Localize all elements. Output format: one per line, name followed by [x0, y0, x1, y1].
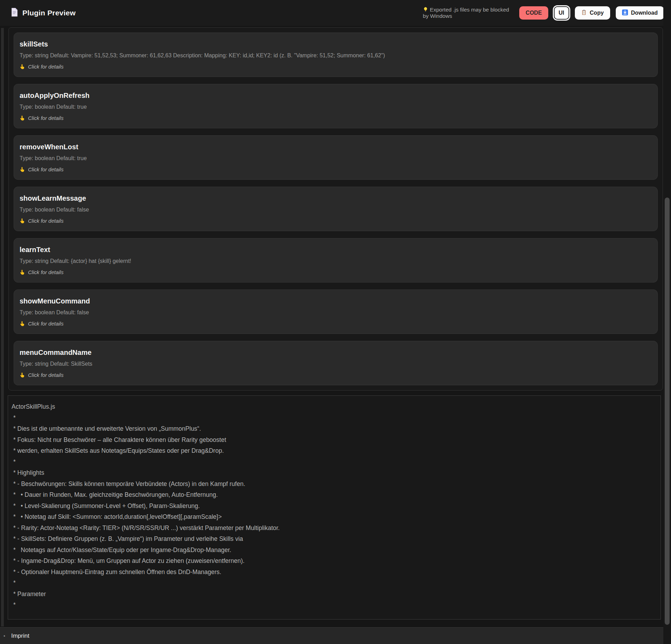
parameter-card[interactable]: menuCommandName Type: string Default: Sk…: [14, 341, 658, 385]
parameter-name: showMenuCommand: [20, 297, 651, 305]
parameter-details-label: Click for details: [28, 372, 64, 378]
parameter-details-label: Click for details: [28, 218, 64, 224]
parameter-meta: Type: string Default: SkillSets: [20, 361, 651, 367]
parameter-card[interactable]: learnText Type: string Default: {actor} …: [14, 238, 658, 282]
parameters-panel: skillSets Type: string Default: Vampire:…: [8, 27, 663, 391]
parameter-name: learnText: [20, 246, 651, 254]
left-edge-strip: [1, 28, 4, 627]
footer-bullet: •: [3, 633, 5, 639]
parameter-name: skillSets: [20, 40, 651, 48]
parameter-details[interactable]: Click for details: [20, 166, 651, 172]
parameter-card[interactable]: removeWhenLost Type: boolean Default: tr…: [14, 135, 658, 180]
scrollbar-thumb[interactable]: [665, 198, 670, 625]
copy-button-label: Copy: [590, 10, 604, 16]
parameter-meta: Type: boolean Default: false: [20, 309, 651, 316]
parameter-details-label: Click for details: [28, 321, 64, 327]
parameter-name: menuCommandName: [20, 349, 651, 357]
header-actions: Exported .js files may be blocked by Win…: [423, 6, 664, 20]
export-warning-text: Exported .js files may be blocked by Win…: [423, 7, 509, 19]
parameter-meta: Type: string Default: {actor} hat {skill…: [20, 258, 651, 264]
download-button-label: Download: [631, 10, 658, 16]
imprint-link[interactable]: Imprint: [11, 632, 29, 639]
document-icon: [10, 8, 18, 18]
parameter-details[interactable]: Click for details: [20, 115, 651, 121]
parameter-details[interactable]: Click for details: [20, 372, 651, 378]
code-button[interactable]: CODE: [519, 6, 548, 20]
parameter-meta: Type: boolean Default: true: [20, 155, 651, 162]
parameter-card[interactable]: showLearnMessage Type: boolean Default: …: [14, 187, 658, 231]
finger-up-icon: [20, 372, 25, 378]
parameter-name: showLearnMessage: [20, 194, 651, 202]
finger-up-icon: [20, 218, 25, 224]
parameter-list: skillSets Type: string Default: Vampire:…: [14, 33, 658, 385]
parameter-details-label: Click for details: [28, 269, 64, 275]
parameter-name: autoApplyOnRefresh: [20, 92, 651, 100]
parameter-meta: Type: boolean Default: false: [20, 207, 651, 213]
export-warning: Exported .js files may be blocked by Win…: [423, 7, 514, 19]
parameter-details[interactable]: Click for details: [20, 321, 651, 327]
parameter-card[interactable]: skillSets Type: string Default: Vampire:…: [14, 33, 658, 77]
parameter-meta: Type: boolean Default: true: [20, 104, 651, 110]
title-group: Plugin Preview: [10, 8, 76, 18]
finger-up-icon: [20, 115, 25, 121]
scrollbar-track: [663, 0, 671, 644]
page-title: Plugin Preview: [22, 9, 76, 17]
code-text: ActorSkillPlus.js * * Dies ist die umben…: [12, 401, 656, 611]
finger-up-icon: [20, 269, 25, 275]
header-bar: Plugin Preview Exported .js files may be…: [0, 0, 671, 26]
code-panel: ActorSkillPlus.js * * Dies ist die umben…: [8, 395, 661, 620]
clipboard-icon: [581, 9, 587, 17]
finger-up-icon: [20, 64, 25, 70]
finger-up-icon: [20, 321, 25, 327]
parameter-details-label: Click for details: [28, 166, 64, 172]
parameter-meta: Type: string Default: Vampire: 51,52,53;…: [20, 52, 651, 59]
parameter-details-label: Click for details: [28, 115, 64, 121]
parameter-name: removeWhenLost: [20, 143, 651, 151]
parameter-details-label: Click for details: [28, 64, 64, 70]
ui-button[interactable]: UI: [554, 6, 569, 20]
parameter-details[interactable]: Click for details: [20, 269, 651, 275]
download-icon: [622, 9, 628, 17]
download-button[interactable]: Download: [616, 6, 664, 20]
footer-bar: • Imprint: [0, 627, 671, 644]
parameter-card[interactable]: showMenuCommand Type: boolean Default: f…: [14, 289, 658, 334]
parameter-details[interactable]: Click for details: [20, 218, 651, 224]
copy-button[interactable]: Copy: [575, 6, 610, 20]
parameter-card[interactable]: autoApplyOnRefresh Type: boolean Default…: [14, 84, 658, 128]
parameter-details[interactable]: Click for details: [20, 64, 651, 70]
lightbulb-icon: [423, 7, 428, 12]
finger-up-icon: [20, 166, 25, 172]
